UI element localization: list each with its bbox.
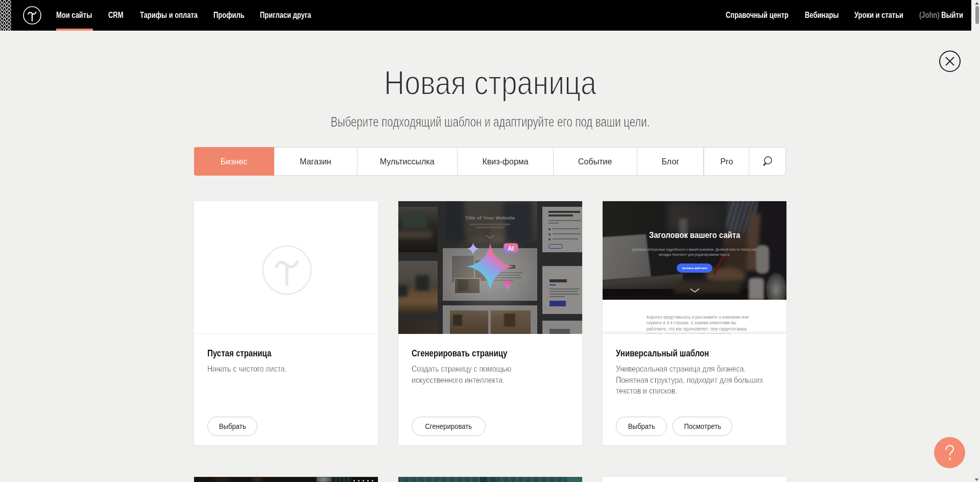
svg-text:AI: AI (508, 245, 514, 252)
